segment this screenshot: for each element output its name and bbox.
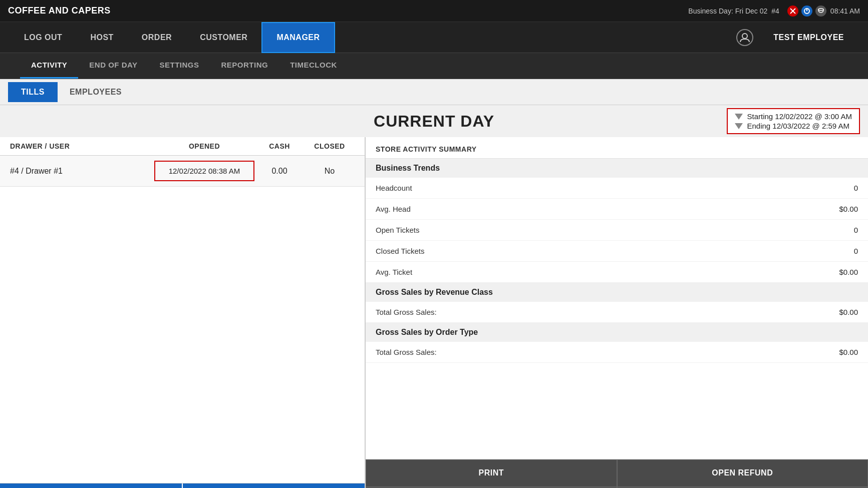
cell-cash: 0.00: [254, 167, 305, 176]
nav-right: TEST EMPLOYEE: [736, 22, 858, 53]
value-total-gross-order: $0.00: [839, 348, 858, 356]
label-open-tickets: Open Tickets: [376, 226, 420, 234]
section-business-trends: Business Trends: [366, 159, 868, 178]
cell-opened: 12/02/2022 08:38 AM: [154, 161, 254, 181]
date-filter[interactable]: Starting 12/02/2022 @ 3:00 AM Ending 12/…: [727, 108, 860, 134]
perform-cash-count-button[interactable]: PERFORM CASH COUNT: [0, 483, 182, 488]
date-filter-starting: Starting 12/02/2022 @ 3:00 AM: [735, 112, 852, 121]
sub-nav-activity[interactable]: ACTIVITY: [20, 53, 78, 79]
open-refund-button[interactable]: OPEN REFUND: [617, 459, 869, 487]
dropdown-starting-icon: [735, 114, 743, 120]
row-open-tickets: Open Tickets 0: [366, 220, 868, 241]
nav-customer[interactable]: CUSTOMER: [186, 22, 261, 53]
col-drawer-user: DRAWER / USER: [10, 142, 154, 150]
left-panel-footer: PERFORM CASH COUNT CLOSE TILL(S): [0, 483, 365, 488]
section-gross-sales-revenue: Gross Sales by Revenue Class: [366, 283, 868, 302]
right-panel: STORE ACTIVITY SUMMARY Business Trends H…: [366, 137, 868, 488]
status-icons: [787, 6, 826, 17]
label-avg-head: Avg. Head: [376, 205, 411, 213]
db-icon: [815, 6, 826, 17]
print-button[interactable]: PRINT: [366, 459, 617, 487]
main-content: DRAWER / USER OPENED CASH CLOSED #4 / Dr…: [0, 137, 868, 488]
dropdown-ending-icon: [735, 123, 743, 129]
label-closed-tickets: Closed Tickets: [376, 247, 425, 255]
label-total-gross-revenue: Total Gross Sales:: [376, 308, 437, 316]
value-avg-head: $0.00: [839, 205, 858, 213]
cell-drawer-user: #4 / Drawer #1: [10, 167, 154, 176]
nav-items: LOG OUT HOST ORDER CUSTOMER MANAGER: [10, 22, 736, 53]
page-title-row: CURRENT DAY Starting 12/02/2022 @ 3:00 A…: [0, 105, 868, 137]
time-display: 08:41 AM: [830, 7, 860, 15]
col-closed: CLOSED: [305, 142, 355, 150]
value-headcount: 0: [854, 184, 858, 192]
network-error-icon: [787, 6, 798, 17]
user-avatar-icon: [736, 29, 753, 46]
row-closed-tickets: Closed Tickets 0: [366, 241, 868, 262]
label-headcount: Headcount: [376, 184, 412, 192]
row-total-gross-order: Total Gross Sales: $0.00: [366, 342, 868, 363]
terminal-id: #4: [771, 7, 779, 15]
page-title: CURRENT DAY: [374, 112, 494, 131]
value-open-tickets: 0: [854, 226, 858, 234]
tab-tills[interactable]: TILLS: [8, 82, 58, 102]
col-cash: CASH: [254, 142, 305, 150]
row-headcount: Headcount 0: [366, 178, 868, 199]
right-panel-footer: PRINT OPEN REFUND ADJUST TIPS BATCH HIST…: [366, 459, 868, 488]
tabs-title-area: TILLS EMPLOYEES CURRENT DAY Starting 12/…: [0, 79, 868, 137]
close-tills-button[interactable]: CLOSE TILL(S): [182, 483, 365, 488]
nav-order[interactable]: ORDER: [128, 22, 186, 53]
store-activity-summary-header: STORE ACTIVITY SUMMARY: [366, 137, 868, 159]
tab-employees[interactable]: EMPLOYEES: [58, 82, 134, 102]
table-row[interactable]: #4 / Drawer #1 12/02/2022 08:38 AM 0.00 …: [0, 156, 365, 187]
sub-nav: ACTIVITY END OF DAY SETTINGS REPORTING T…: [0, 53, 868, 79]
top-bar: COFFEE AND CAPERS Business Day: Fri Dec …: [0, 0, 868, 22]
tabs-row: TILLS EMPLOYEES: [0, 79, 868, 105]
tills-table-body: #4 / Drawer #1 12/02/2022 08:38 AM 0.00 …: [0, 156, 365, 483]
sub-nav-settings[interactable]: SETTINGS: [148, 53, 210, 79]
nav-bar: LOG OUT HOST ORDER CUSTOMER MANAGER TEST…: [0, 22, 868, 53]
value-avg-ticket: $0.00: [839, 268, 858, 276]
business-day: Business Day: Fri Dec 02: [688, 7, 767, 15]
nav-logout[interactable]: LOG OUT: [10, 22, 76, 53]
left-panel: DRAWER / USER OPENED CASH CLOSED #4 / Dr…: [0, 137, 366, 488]
date-filter-ending: Ending 12/03/2022 @ 2:59 AM: [735, 122, 852, 130]
store-activity-summary-content: Business Trends Headcount 0 Avg. Head $0…: [366, 159, 868, 459]
row-total-gross-revenue: Total Gross Sales: $0.00: [366, 302, 868, 323]
nav-host[interactable]: HOST: [76, 22, 127, 53]
tills-table-header: DRAWER / USER OPENED CASH CLOSED: [0, 137, 365, 156]
col-opened: OPENED: [154, 142, 254, 150]
value-total-gross-revenue: $0.00: [839, 308, 858, 316]
nav-manager[interactable]: MANAGER: [261, 22, 335, 53]
status-bar: Business Day: Fri Dec 02 #4: [688, 6, 860, 17]
sub-nav-timeclock[interactable]: TIMECLOCK: [279, 53, 348, 79]
label-avg-ticket: Avg. Ticket: [376, 268, 412, 276]
sub-nav-end-of-day[interactable]: END OF DAY: [78, 53, 148, 79]
value-closed-tickets: 0: [854, 247, 858, 255]
row-avg-ticket: Avg. Ticket $0.00: [366, 262, 868, 283]
label-total-gross-order: Total Gross Sales:: [376, 348, 437, 356]
ending-date: Ending 12/03/2022 @ 2:59 AM: [747, 122, 849, 130]
row-avg-head: Avg. Head $0.00: [366, 199, 868, 220]
svg-point-5: [742, 34, 747, 39]
user-name: TEST EMPLOYEE: [759, 22, 858, 53]
svg-point-4: [818, 9, 823, 11]
cell-closed: No: [305, 167, 355, 176]
app-name: COFFEE AND CAPERS: [8, 6, 111, 16]
section-gross-sales-order: Gross Sales by Order Type: [366, 323, 868, 342]
sub-nav-reporting[interactable]: REPORTING: [210, 53, 279, 79]
starting-date: Starting 12/02/2022 @ 3:00 AM: [747, 112, 852, 121]
sync-icon: [801, 6, 812, 17]
